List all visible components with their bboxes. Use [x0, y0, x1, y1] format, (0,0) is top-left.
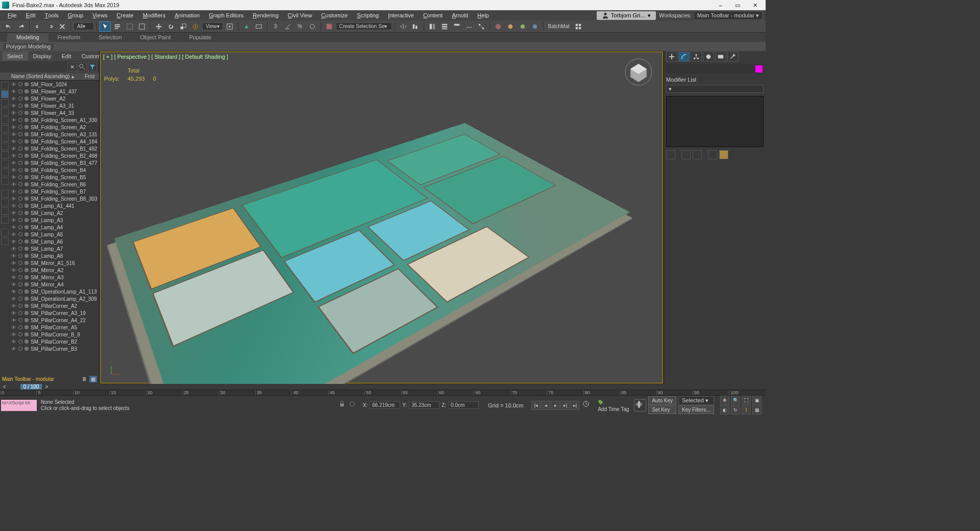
- z-coord-field[interactable]: 0.0cm: [448, 401, 479, 409]
- menu-create[interactable]: Create: [112, 10, 138, 20]
- schematic-view-button[interactable]: [476, 21, 487, 32]
- scene-item[interactable]: 👁SM_Folding_Screen_B8_303: [9, 195, 99, 202]
- refcoord-dropdown[interactable]: View ▾: [202, 22, 223, 30]
- visibility-icon[interactable]: 👁: [11, 110, 16, 116]
- visibility-icon[interactable]: 👁: [11, 182, 16, 187]
- scene-item[interactable]: 👁SM_PillarCorner_A4_22: [9, 317, 99, 324]
- prev-frame-button[interactable]: ◂: [541, 401, 550, 410]
- freeze-dot-icon[interactable]: [18, 89, 22, 93]
- orbit-button[interactable]: ↻: [731, 405, 740, 415]
- batchmat-button[interactable]: [573, 21, 584, 32]
- filter-geometry-button[interactable]: [1, 90, 9, 98]
- object-name-field[interactable]: [666, 64, 764, 74]
- scene-item[interactable]: 👁SM_OperationLamp_A2_309: [9, 295, 99, 302]
- maximize-button[interactable]: ▭: [729, 0, 746, 10]
- layer-explorer-button[interactable]: [439, 21, 450, 32]
- scene-item[interactable]: 👁SM_Folding_Screen_B7: [9, 188, 99, 195]
- select-by-name-button[interactable]: [112, 21, 123, 32]
- freeze-dot-icon[interactable]: [18, 325, 22, 329]
- freeze-dot-icon[interactable]: [18, 347, 22, 351]
- scene-item[interactable]: 👁SM_PillarCorner_B_8: [9, 331, 99, 338]
- scene-item[interactable]: 👁SM_PillarCorner_A5: [9, 324, 99, 331]
- menu-animation[interactable]: Animation: [170, 10, 204, 20]
- unlink-button[interactable]: [44, 21, 56, 32]
- create-tab[interactable]: [666, 52, 677, 62]
- scene-item[interactable]: 👁SM_Mirror_A3: [9, 274, 99, 281]
- freeze-dot-icon[interactable]: [18, 197, 22, 201]
- expand-all-button[interactable]: [1, 207, 9, 215]
- undo-button[interactable]: [3, 21, 14, 32]
- pivot-button[interactable]: [224, 21, 235, 32]
- align-button[interactable]: [410, 21, 421, 32]
- scene-item[interactable]: 👁SM_Folding_Screen_B6: [9, 181, 99, 188]
- visibility-icon[interactable]: 👁: [11, 318, 16, 323]
- filter-lights-button[interactable]: [1, 108, 9, 115]
- filter-spacewarps-button[interactable]: [1, 134, 9, 141]
- motion-tab[interactable]: [703, 52, 714, 62]
- freeze-dot-icon[interactable]: [18, 232, 22, 236]
- rotate-button[interactable]: [165, 21, 177, 32]
- goto-start-button[interactable]: |◂: [531, 401, 541, 410]
- freeze-dot-icon[interactable]: [18, 147, 22, 151]
- visibility-icon[interactable]: 👁: [11, 89, 16, 94]
- freeze-dot-icon[interactable]: [18, 175, 22, 179]
- visibility-icon[interactable]: 👁: [11, 310, 16, 316]
- visibility-icon[interactable]: 👁: [11, 82, 16, 87]
- display-selected-button[interactable]: [1, 199, 9, 206]
- material-editor-button[interactable]: [493, 21, 504, 32]
- freeze-dot-icon[interactable]: [18, 204, 22, 208]
- add-time-tag-button[interactable]: Add Time Tag: [596, 399, 631, 412]
- menu-modifiers[interactable]: Modifiers: [138, 10, 170, 20]
- time-slider-frame[interactable]: 0 / 100: [20, 384, 42, 390]
- visibility-icon[interactable]: 👁: [11, 239, 16, 245]
- scene-item[interactable]: 👁SM_Folding_Screen_B1_492: [9, 145, 99, 152]
- scene-item[interactable]: 👁SM_Lamp_A3: [9, 216, 99, 224]
- visibility-icon[interactable]: 👁: [11, 139, 16, 144]
- configure-sets-button[interactable]: [719, 150, 728, 159]
- menu-scripting[interactable]: Scripting: [352, 10, 383, 20]
- menu-tools[interactable]: Tools: [40, 10, 63, 20]
- scene-item[interactable]: 👁SM_PillarCorner_A3_19: [9, 309, 99, 317]
- curve-editor-button[interactable]: [463, 21, 475, 32]
- freeze-dot-icon[interactable]: [18, 104, 22, 108]
- scene-item[interactable]: 👁SM_Mirror_A1_516: [9, 259, 99, 267]
- zoom-region-button[interactable]: ▣: [752, 396, 762, 405]
- scene-item[interactable]: 👁SM_Mirror_A4: [9, 281, 99, 288]
- mirror-button[interactable]: [398, 21, 409, 32]
- visibility-icon[interactable]: 👁: [11, 203, 16, 209]
- menu-graph-editors[interactable]: Graph Editors: [204, 10, 248, 20]
- modify-tab[interactable]: [678, 52, 690, 62]
- color-swatch[interactable]: [755, 65, 763, 73]
- scene-item[interactable]: 👁SM_Flower_A1_437: [9, 88, 99, 95]
- visibility-icon[interactable]: 👁: [11, 296, 16, 302]
- bind-button[interactable]: [57, 21, 68, 32]
- freeze-dot-icon[interactable]: [18, 125, 22, 129]
- zoom-extents-button[interactable]: ⛶: [742, 396, 751, 405]
- walk-button[interactable]: 🚶: [742, 405, 751, 415]
- visibility-icon[interactable]: 👁: [11, 260, 16, 266]
- filter-button[interactable]: [88, 62, 97, 71]
- scene-item[interactable]: 👁SM_Lamp_A2: [9, 209, 99, 216]
- link-button[interactable]: [32, 21, 43, 32]
- freeze-dot-icon[interactable]: [18, 318, 22, 322]
- freeze-dot-icon[interactable]: [18, 268, 22, 272]
- goto-end-button[interactable]: ▸|: [570, 401, 579, 410]
- min-max-viewport-button[interactable]: ▦: [752, 405, 762, 415]
- scene-item[interactable]: 👁SM_Floor_1024: [9, 81, 99, 88]
- freeze-dot-icon[interactable]: [18, 254, 22, 258]
- filter-containers-button[interactable]: [1, 168, 9, 176]
- menu-views[interactable]: Views: [88, 10, 112, 20]
- scene-item[interactable]: 👁SM_Folding_Screen_B4: [9, 166, 99, 174]
- filter-groups-button[interactable]: [1, 142, 9, 150]
- viewport-label[interactable]: [ + ] [ Perspective ] [ Standard ] [ Def…: [103, 54, 228, 60]
- visibility-icon[interactable]: 👁: [11, 339, 16, 345]
- visibility-icon[interactable]: 👁: [11, 146, 16, 152]
- visibility-icon[interactable]: 👁: [11, 246, 16, 252]
- filter-helpers-button[interactable]: [1, 125, 9, 133]
- scene-item[interactable]: 👁SM_Flower_A2: [9, 95, 99, 102]
- freeze-dot-icon[interactable]: [18, 161, 22, 165]
- freeze-dot-icon[interactable]: [18, 218, 22, 222]
- lock-button[interactable]: [1, 237, 9, 245]
- remove-modifier-button[interactable]: [708, 150, 717, 159]
- menu-file[interactable]: File: [3, 10, 21, 20]
